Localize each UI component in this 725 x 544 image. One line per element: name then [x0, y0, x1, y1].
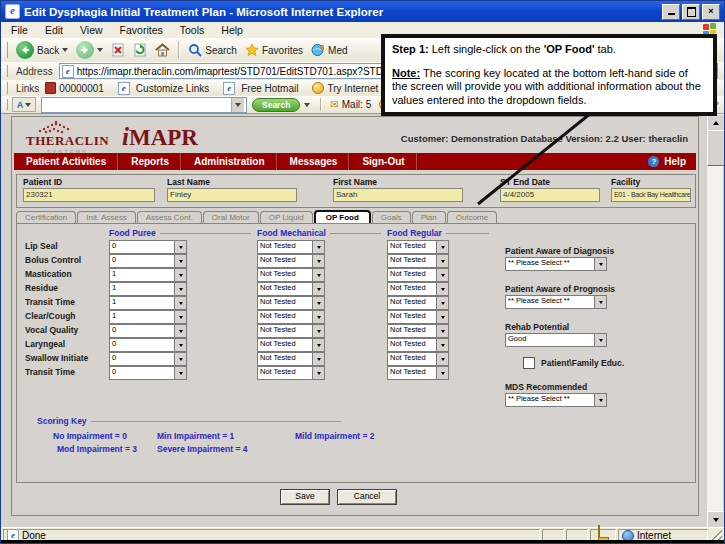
mail-button[interactable]: ✉ Mail: 5	[326, 98, 375, 111]
nav-messages[interactable]: Messages	[278, 153, 351, 170]
laryngeal-regular-select[interactable]: Not Tested	[387, 338, 449, 352]
aware-diagnosis-select[interactable]: ** Please Select **	[505, 257, 607, 271]
bolus-control-mechanical-select[interactable]: Not Tested	[257, 254, 325, 268]
forward-menu-caret-icon[interactable]	[97, 48, 103, 52]
swallow-initiate-regular-select[interactable]: Not Tested	[387, 352, 449, 366]
residue-regular-select[interactable]: Not Tested	[387, 282, 449, 296]
vocal-quality-puree-select[interactable]: 0	[109, 324, 187, 338]
search-options-caret-icon[interactable]	[304, 103, 310, 107]
companion-grip[interactable]	[3, 99, 8, 111]
score-mod-impairment: Mod Impairment = 3	[57, 444, 137, 454]
vertical-scrollbar[interactable]	[707, 114, 723, 528]
transit-time-mechanical-select[interactable]: Not Tested	[257, 296, 325, 310]
mastication-mechanical-select[interactable]: Not Tested	[257, 268, 325, 282]
tab-op-liquid[interactable]: OP Liquid	[260, 211, 313, 223]
browser-viewport: THERACLIN SYSTEMS iMAPR Customer: Demons…	[1, 113, 724, 528]
links-grip[interactable]	[3, 82, 8, 93]
link-customize-links[interactable]: e Customize Links	[118, 82, 209, 95]
link-00000001[interactable]: 00000001	[45, 82, 104, 94]
scroll-up-button[interactable]	[707, 114, 725, 131]
menu-help[interactable]: Help	[221, 24, 243, 36]
nav-sign-out[interactable]: Sign-Out	[350, 153, 417, 170]
favorites-button[interactable]: Favorites	[241, 42, 307, 58]
stop-button[interactable]	[107, 42, 129, 58]
transit-time-2-mechanical-select[interactable]: Not Tested	[257, 366, 325, 380]
bolus-control-regular-select[interactable]: Not Tested	[387, 254, 449, 268]
search-button[interactable]: Search	[184, 42, 241, 58]
tab-plan[interactable]: Plan	[412, 211, 446, 223]
minimize-button[interactable]	[662, 4, 680, 20]
toolbar-search-dropdown[interactable]	[231, 98, 244, 112]
nav-administration[interactable]: Administration	[182, 153, 278, 170]
lip-seal-mechanical-select[interactable]: Not Tested	[257, 240, 325, 254]
scroll-down-button[interactable]	[707, 511, 725, 528]
swallow-initiate-puree-select[interactable]: 0	[109, 352, 187, 366]
tab-outcome[interactable]: Outcome	[447, 211, 497, 223]
menu-view[interactable]: View	[80, 24, 103, 36]
toolbar-logo-button[interactable]: A	[12, 97, 36, 112]
clear-cough-puree-select[interactable]: 1	[109, 310, 187, 324]
scroll-thumb[interactable]	[707, 130, 725, 166]
scoring-key-legend: Scoring Key	[37, 416, 341, 426]
back-button[interactable]: Back	[12, 40, 72, 60]
maximize-button[interactable]	[682, 4, 700, 20]
first-name-field[interactable]: Sarah	[333, 188, 463, 202]
refresh-button[interactable]	[129, 42, 151, 58]
residue-mechanical-select[interactable]: Not Tested	[257, 282, 325, 296]
clear-cough-regular-select[interactable]: Not Tested	[387, 310, 449, 324]
transit-time-2-regular-select[interactable]: Not Tested	[387, 366, 449, 380]
address-grip[interactable]	[3, 65, 8, 78]
link-free-hotmail[interactable]: e Free Hotmail	[223, 82, 298, 95]
nav-reports[interactable]: Reports	[119, 153, 182, 170]
media-button[interactable]: Med	[307, 42, 351, 58]
cancel-button[interactable]: Cancel	[337, 489, 397, 505]
dropdown-arrow-icon	[436, 325, 448, 337]
tab-oral-motor[interactable]: Oral Motor	[203, 211, 259, 223]
back-menu-caret-icon[interactable]	[62, 48, 68, 52]
lip-seal-puree-select[interactable]: 0	[109, 240, 187, 254]
home-button[interactable]	[151, 42, 174, 58]
rehab-potential-select[interactable]: Good	[505, 333, 607, 347]
transit-time-regular-select[interactable]: Not Tested	[387, 296, 449, 310]
menu-tools[interactable]: Tools	[180, 24, 205, 36]
toolbar-search-input[interactable]	[41, 97, 247, 113]
lip-seal-regular-select[interactable]: Not Tested	[387, 240, 449, 254]
nav-patient-activities[interactable]: Patient Activities	[14, 153, 119, 170]
toolbar-grip[interactable]	[3, 42, 8, 59]
laryngeal-puree-select[interactable]: 0	[109, 338, 187, 352]
clear-cough-mechanical-select[interactable]: Not Tested	[257, 310, 325, 324]
last-name-field[interactable]: Finley	[167, 188, 297, 202]
forward-button[interactable]	[72, 40, 107, 60]
mastication-regular-select[interactable]: Not Tested	[387, 268, 449, 282]
aware-prognosis-select[interactable]: ** Please Select **	[505, 295, 607, 309]
swallow-initiate-mechanical-select[interactable]: Not Tested	[257, 352, 325, 366]
transit-time-2-puree-select[interactable]: 0	[109, 366, 187, 380]
vocal-quality-mechanical-select[interactable]: Not Tested	[257, 324, 325, 338]
nav-help[interactable]: ? Help	[648, 156, 696, 167]
mastication-puree-select[interactable]: 1	[109, 268, 187, 282]
save-button[interactable]: Save	[280, 489, 330, 505]
tab-strip: Certification Init. Assess Assess Cont. …	[16, 209, 498, 223]
st-end-date-field[interactable]: 4/4/2005	[500, 188, 600, 202]
tab-op-food[interactable]: OP Food	[314, 210, 371, 223]
transit-time-puree-select[interactable]: 1	[109, 296, 187, 310]
facility-field[interactable]: E01 - Back Bay Healthcare	[611, 188, 691, 202]
menu-edit[interactable]: Edit	[45, 24, 63, 36]
menu-file[interactable]: File	[11, 24, 28, 36]
mds-recommended-select[interactable]: ** Please Select **	[505, 393, 607, 407]
residue-puree-select[interactable]: 1	[109, 282, 187, 296]
toolbar-search-go-button[interactable]: Search	[252, 98, 300, 112]
laryngeal-mechanical-select[interactable]: Not Tested	[257, 338, 325, 352]
tab-goals[interactable]: Goals	[372, 211, 411, 223]
close-button[interactable]: ×	[702, 4, 720, 20]
vocal-quality-regular-select[interactable]: Not Tested	[387, 324, 449, 338]
patient-family-educ-checkbox[interactable]	[523, 357, 535, 369]
patient-id-field[interactable]: 230321	[23, 188, 155, 202]
menu-favorites[interactable]: Favorites	[120, 24, 163, 36]
bolus-control-puree-select[interactable]: 0	[109, 254, 187, 268]
logo-a-icon: A	[17, 100, 24, 110]
tab-init-assess[interactable]: Init. Assess	[77, 211, 135, 223]
row-label: Vocal Quality	[25, 325, 78, 335]
tab-certification[interactable]: Certification	[16, 211, 76, 223]
tab-assess-cont[interactable]: Assess Cont.	[137, 211, 202, 223]
